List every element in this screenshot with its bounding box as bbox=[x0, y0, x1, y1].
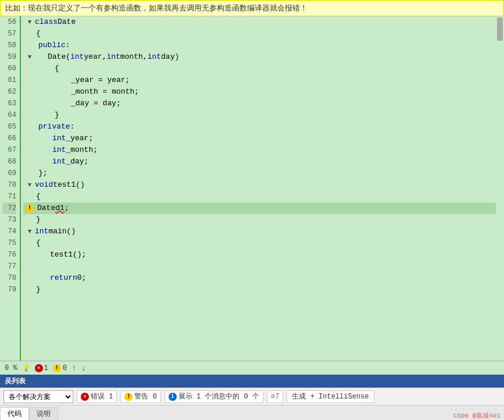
csdn-watermark: CSDN @嘉城401 bbox=[453, 411, 501, 420]
code-line-74: ▼ int main() bbox=[23, 226, 496, 237]
line-num-61: 61 bbox=[2, 74, 16, 86]
param-month: month, bbox=[120, 51, 148, 63]
class-end: }; bbox=[38, 168, 48, 179]
line-num-65: 65 bbox=[2, 121, 16, 133]
brace-71: { bbox=[36, 191, 41, 202]
line-num-60: 60 bbox=[2, 63, 16, 74]
type-date: Date bbox=[37, 202, 55, 214]
line-num-58: 58 bbox=[2, 40, 16, 51]
keyword-private: private bbox=[38, 121, 70, 133]
line-num-77: 77 bbox=[2, 261, 16, 272]
code-line-75: { bbox=[23, 237, 496, 249]
code-line-78: return 0; bbox=[23, 272, 496, 284]
line-num-72: 72 bbox=[2, 202, 16, 214]
code-line-61: _year = year; bbox=[23, 74, 496, 86]
percent-value: 0 % bbox=[5, 364, 17, 372]
code-line-57: { bbox=[23, 28, 496, 40]
return-val: 0; bbox=[77, 272, 87, 284]
tab-code[interactable]: 代码 bbox=[0, 407, 29, 420]
notification-bar: 比如：现在我只定义了一个有参构造函数，如果我再去调用无参构造函数编译器就会报错！ bbox=[0, 0, 504, 16]
collapse-icon-59[interactable]: ▼ bbox=[26, 53, 34, 61]
line-numbers: 56 57 58 59 60 61 62 63 64 65 66 67 68 6… bbox=[0, 16, 21, 361]
intellisense-status: 💡 bbox=[22, 364, 30, 372]
info-badge-toolbar[interactable]: i 展示 1 个消息中的 0 个 bbox=[165, 390, 263, 403]
warning-badge-toolbar[interactable]: ! 警告 0 bbox=[120, 390, 160, 403]
code-line-79: } bbox=[23, 284, 496, 296]
semi-72: ; bbox=[65, 202, 69, 214]
error-icon: ✕ bbox=[35, 364, 43, 372]
line-num-73: 73 bbox=[2, 214, 16, 226]
code-line-62: _month = month; bbox=[23, 86, 496, 98]
ctor-name: Date( bbox=[48, 51, 70, 63]
code-line-77 bbox=[23, 261, 496, 272]
param-year: year, bbox=[84, 51, 106, 63]
code-content: ▼ class Date { public : ▼ Date( int year… bbox=[21, 16, 496, 361]
line-num-56: 56 bbox=[2, 16, 16, 28]
generate-button[interactable]: 生成 + IntelliSense bbox=[287, 390, 374, 403]
func-test1: test1() bbox=[53, 179, 85, 191]
generate-label: 生成 + IntelliSense bbox=[292, 391, 369, 401]
tab-code-label: 代码 bbox=[8, 409, 22, 419]
warning-status[interactable]: ! 0 bbox=[53, 364, 67, 372]
ident-d1: d1 bbox=[55, 202, 65, 214]
error-status[interactable]: ✕ 1 bbox=[35, 364, 48, 372]
kw-int-67: int bbox=[52, 144, 66, 156]
up-arrow-btn[interactable]: ↑ bbox=[72, 364, 76, 373]
kw-int-month: int bbox=[106, 51, 120, 63]
collapse-icon-56[interactable]: ▼ bbox=[26, 18, 34, 26]
info-icon-toolbar: i bbox=[169, 393, 177, 401]
line-num-79: 79 bbox=[2, 284, 16, 296]
line-num-57: 57 bbox=[2, 28, 16, 40]
stmt-62: _month = month; bbox=[71, 86, 139, 98]
brace-79: } bbox=[36, 284, 41, 296]
bottom-toolbar: 各个解决方案 ✕ 错误 1 ! 警告 0 i 展示 1 个消息中的 0 个 ⊙7… bbox=[0, 387, 504, 405]
line-num-74: 74 bbox=[2, 226, 16, 237]
keyword-public: public bbox=[38, 40, 66, 51]
colon-65: : bbox=[70, 121, 75, 133]
line-num-76: 76 bbox=[2, 249, 16, 261]
csdn-watermark-area: CSDN @嘉城401 bbox=[58, 411, 504, 420]
info-label: 展示 1 个消息中的 0 个 bbox=[178, 391, 259, 401]
error-list-panel: 吴列表 bbox=[0, 375, 504, 387]
collapse-icon-70[interactable]: ▼ bbox=[26, 181, 34, 189]
empty-77 bbox=[50, 261, 55, 272]
warning-label: 警告 0 bbox=[134, 391, 156, 401]
code-line-67: int _month; bbox=[23, 144, 496, 156]
scrollbar-thumb[interactable] bbox=[497, 17, 503, 41]
code-line-59: ▼ Date( int year, int month, int day) bbox=[23, 51, 496, 63]
tab-description-label: 说明 bbox=[37, 409, 51, 419]
error-list-title: 吴列表 bbox=[5, 376, 26, 386]
warning-icon-72: ! bbox=[26, 204, 34, 212]
line-num-75: 75 bbox=[2, 237, 16, 249]
down-arrow-icon[interactable]: ↓ bbox=[81, 364, 85, 373]
kw-int-year: int bbox=[70, 51, 84, 63]
kw-int-day: int bbox=[148, 51, 161, 63]
error-badge-toolbar[interactable]: ✕ 错误 1 bbox=[77, 390, 117, 403]
code-container: 56 57 58 59 60 61 62 63 64 65 66 67 68 6… bbox=[0, 16, 504, 375]
intellisense-icon: 💡 bbox=[22, 364, 30, 372]
line-num-59: 59 bbox=[2, 51, 16, 63]
code-line-60: { bbox=[23, 63, 496, 74]
scrollbar[interactable] bbox=[496, 16, 504, 361]
percent-display: 0 % bbox=[5, 364, 17, 372]
code-line-72: ! Date d1 ; bbox=[23, 202, 496, 214]
keyword-class: class bbox=[35, 16, 58, 28]
line-num-66: 66 bbox=[2, 133, 16, 144]
code-line-65: private : bbox=[23, 121, 496, 133]
intellisense-count-icon: ⊙7 bbox=[271, 392, 279, 401]
up-arrow-icon[interactable]: ↑ bbox=[72, 364, 76, 373]
brace-75: { bbox=[36, 237, 41, 249]
kw-return: return bbox=[50, 272, 77, 284]
member-year: _year; bbox=[66, 133, 93, 144]
line-num-78: 78 bbox=[2, 272, 16, 284]
down-arrow-btn[interactable]: ↓ bbox=[81, 364, 85, 373]
intellisense-count-badge[interactable]: ⊙7 bbox=[267, 390, 283, 403]
line-num-64: 64 bbox=[2, 109, 16, 121]
func-main: main() bbox=[48, 226, 76, 237]
solution-dropdown[interactable]: 各个解决方案 bbox=[3, 390, 73, 403]
classname-date: Date bbox=[58, 16, 76, 28]
collapse-icon-74[interactable]: ▼ bbox=[26, 227, 34, 236]
tab-description[interactable]: 说明 bbox=[29, 407, 58, 420]
call-test1: test1(); bbox=[50, 249, 86, 261]
brace-64: } bbox=[55, 109, 59, 121]
